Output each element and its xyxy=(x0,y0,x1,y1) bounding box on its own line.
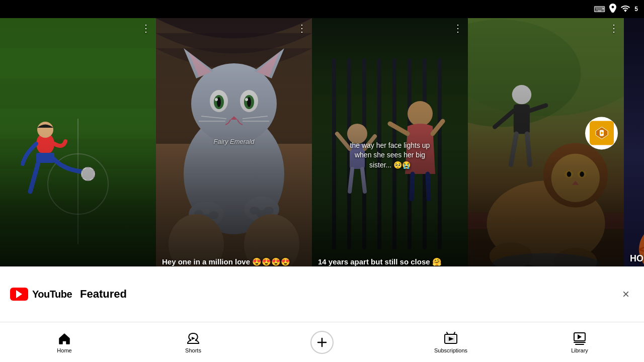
video-card-soccer[interactable]: ⋮ Puyol Best Defending 11M views xyxy=(0,18,156,292)
library-icon xyxy=(573,331,587,345)
nav-home[interactable]: Home xyxy=(0,327,129,357)
shorts-icon xyxy=(186,331,200,345)
keyboard-icon: ⌨ xyxy=(594,5,605,14)
svg-marker-104 xyxy=(578,334,582,339)
bottom-nav: Home Shorts Subscriptions xyxy=(0,322,644,362)
wifi-strength: 5 xyxy=(634,6,638,13)
subscriptions-label: Subscriptions xyxy=(434,347,467,353)
video-grid: ⋮ Puyol Best Defending 11M views xyxy=(0,18,644,292)
subscriptions-icon xyxy=(444,331,458,345)
nav-subscriptions[interactable]: Subscriptions xyxy=(386,327,515,357)
watermark-text: Fairy Emerald xyxy=(214,138,255,145)
more-options-icon[interactable]: ⋮ xyxy=(453,23,463,33)
youtube-icon xyxy=(10,288,28,301)
video-card-cat[interactable]: ⋮ Fairy Emerald Hey one in a million lov… xyxy=(156,18,312,292)
library-label: Library xyxy=(571,347,588,353)
youtube-wordmark: YouTube xyxy=(32,289,72,300)
home-icon xyxy=(57,331,71,345)
shorts-label: Shorts xyxy=(185,347,201,353)
featured-banner: YouTube Featured × xyxy=(0,266,644,322)
wifi-icon xyxy=(620,4,630,14)
close-icon[interactable]: × xyxy=(622,287,629,301)
more-options-icon[interactable]: ⋮ xyxy=(609,23,619,33)
nav-create[interactable] xyxy=(258,327,386,358)
video-card-lion[interactable]: ⋮ Scaring a Lion 🦁 #shorts 201M views xyxy=(468,18,624,292)
more-options-icon[interactable]: ⋮ xyxy=(297,23,307,33)
close-button[interactable]: × xyxy=(618,286,634,302)
more-options-icon[interactable]: ⋮ xyxy=(141,23,151,33)
create-button[interactable] xyxy=(310,331,334,354)
video-card-sisters[interactable]: ⋮ the way her face lights upwhen she see… xyxy=(312,18,468,292)
partial-title: HO xyxy=(630,253,644,264)
youtube-logo: YouTube xyxy=(10,288,72,301)
add-icon xyxy=(315,335,329,349)
center-text: the way her face lights upwhen she sees … xyxy=(324,140,456,170)
featured-label: Featured xyxy=(80,288,127,301)
status-bar: ⌨ 5 xyxy=(594,0,644,18)
home-label: Home xyxy=(57,347,71,353)
location-icon xyxy=(609,4,616,15)
nav-shorts[interactable]: Shorts xyxy=(129,327,258,357)
nav-library[interactable]: Library xyxy=(515,327,644,357)
video-card-partial[interactable]: HO TH... 18... xyxy=(624,18,644,292)
channel-logo xyxy=(585,117,618,149)
